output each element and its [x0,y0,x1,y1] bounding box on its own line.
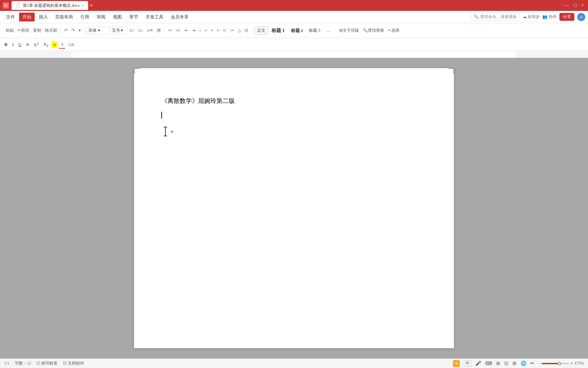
toolbar: 粘贴 ✂剪切 复制 格式刷 ↶ ↷ ▾ 宋体 ▾ 五号 ▾ A↑ A↓ A✕ 拼… [0,23,588,38]
find-replace-button[interactable]: 🔍 查找替换 [361,27,386,34]
style-heading1[interactable]: 标题 1 [268,26,288,35]
search-box[interactable]: 🔍 查找命令、搜索模板 [471,13,520,21]
search-placeholder: 查找命令、搜索模板 [480,14,517,20]
sync-button[interactable]: ☁ 未同步 [523,14,540,20]
document-content[interactable]: 《离散数学》屈婉玲第二版 ≡ [161,95,427,136]
cloud-icon: ☁ [523,14,527,19]
page-corner-tr [448,68,454,74]
highlight-button[interactable]: A [51,41,57,48]
text-layout-button[interactable]: ⊞ 文字排版 [338,27,361,34]
style-heading2[interactable]: 标题 2 [288,26,306,35]
share-button[interactable]: 分享 [559,13,574,21]
doc-check-icon: ☑ [63,361,67,366]
zoom-in-button[interactable]: + [570,361,573,366]
keyboard-button[interactable]: ⌨ [485,361,492,366]
redo-dropdown[interactable]: ▾ [77,27,82,34]
font-name-label: 宋体 [88,28,97,33]
shading-button[interactable]: △ [236,27,243,34]
superscript-button[interactable]: X2 [32,40,40,49]
grid-view-button[interactable]: ⊞ [496,361,500,366]
ruler-marks [71,51,517,58]
select-button[interactable]: ↖ 选择 [386,27,401,34]
align-right-button[interactable]: ≡ [215,27,221,34]
more-view-button[interactable]: ⊞ [512,361,517,366]
text-layout-group: ⊞ 文字排版 🔍 查找替换 ↖ 选择 [336,27,403,34]
zoom-slider[interactable] [542,363,569,364]
font-group: 宋体 ▾ 五号 ▾ A↑ A↓ A✕ 拼 [85,27,164,34]
strikethrough-button[interactable]: S [24,41,30,48]
style-heading3[interactable]: 标题 3 [306,26,323,35]
search-icon: 🔍 [474,14,479,19]
menu-insert[interactable]: 插入 [35,13,51,21]
collab-button[interactable]: 👥 协作 [542,14,557,20]
menu-references[interactable]: 引用 [77,13,93,21]
undo-button[interactable]: ↶ [63,27,69,34]
justify-button[interactable]: ≡| [221,27,228,34]
window-controls: — □ × [563,3,585,8]
mic-button[interactable]: 🎤 [475,361,481,366]
clear-format-button[interactable]: A✕ [145,27,155,34]
menu-dev-tools[interactable]: 开发工具 [142,13,167,21]
paste-button[interactable]: 粘贴 [4,27,16,34]
tab-close-icon[interactable]: × [82,3,84,8]
select-icon: ↖ [388,28,391,33]
indent-decrease-button[interactable]: ⇤ [183,27,190,34]
maximize-button[interactable]: □ [572,3,578,8]
page-corner-tl [134,68,140,74]
menu-view[interactable]: 视图 [110,13,125,21]
decrease-font-button[interactable]: A↓ [136,27,145,34]
subscript-button[interactable]: X2 [42,41,50,49]
sort-button[interactable]: ↕ [197,27,203,34]
increase-font-button[interactable]: A↑ [128,27,136,34]
menu-review[interactable]: 审阅 [93,13,109,21]
edit-button[interactable]: ✏ [530,361,535,366]
document-page: 《离散数学》屈婉玲第二版 ≡ [134,68,454,348]
border-text-button[interactable]: □A [67,41,76,48]
phonetic-button[interactable]: 拼 [155,27,163,34]
document-area[interactable]: 《离散数学》屈婉玲第二版 ≡ [0,58,588,358]
font-size-label: 五号 [112,28,120,33]
user-avatar[interactable]: A [577,13,585,21]
lang-button[interactable]: 中 [464,360,471,367]
number-list-button[interactable]: ≡1. [174,27,183,34]
document-tab[interactable]: 📄 第1章 命题逻辑的基本概念.docx × [12,1,88,10]
spell-check-icon: ☑ [36,361,40,366]
close-button[interactable]: × [580,3,585,8]
zoom-slider-thumb [558,362,561,365]
format-painter-button[interactable]: 格式刷 [43,27,59,34]
line-spacing-button[interactable]: ↕≡ [228,27,236,34]
web-button[interactable]: 🌐 [521,361,526,366]
document-title: 《离散数学》屈婉玲第二版 [161,95,427,106]
menu-start[interactable]: 开始 [19,13,35,21]
font-name-selector[interactable]: 宋体 ▾ [86,27,110,34]
bullet-list-button[interactable]: ≡• [166,27,174,34]
collab-icon: 👥 [542,14,548,19]
zoom-out-button[interactable]: - [539,361,540,366]
menu-section[interactable]: 章节 [126,13,142,21]
add-tab-button[interactable]: + [89,2,93,9]
minimize-button[interactable]: — [563,3,570,8]
table-button[interactable]: ⊡ [504,361,508,366]
indent-increase-button[interactable]: ⇥ [190,27,197,34]
copy-button[interactable]: 复制 [31,27,43,34]
align-center-button[interactable]: ≡ [209,27,215,34]
menu-file[interactable]: 文件 [3,13,18,21]
align-left-button[interactable]: ≡ [203,27,209,34]
menu-vip[interactable]: 会员专享 [167,13,192,21]
font-color-button[interactable]: A [59,41,65,49]
menu-page-layout[interactable]: 页面布局 [52,13,76,21]
tab-label: 第1章 命题逻辑的基本概念.docx [23,3,80,9]
border-button[interactable]: ⊡ [243,27,250,34]
underline-button[interactable]: U [17,41,23,48]
style-more[interactable]: … [323,27,333,34]
redo-button[interactable]: ↷ [70,27,77,34]
italic-button[interactable]: I [11,41,15,48]
ruler [0,51,588,58]
cut-button[interactable]: ✂剪切 [16,27,31,34]
doc-check-label: ☑ 文档校对 [63,361,84,366]
find-icon: 🔍 [363,28,368,33]
font-size-selector[interactable]: 五号 ▾ [110,27,127,34]
zoom-control: - + 175% [539,361,584,366]
bold-button[interactable]: B [3,41,9,48]
style-normal[interactable]: 正文 [254,26,268,35]
